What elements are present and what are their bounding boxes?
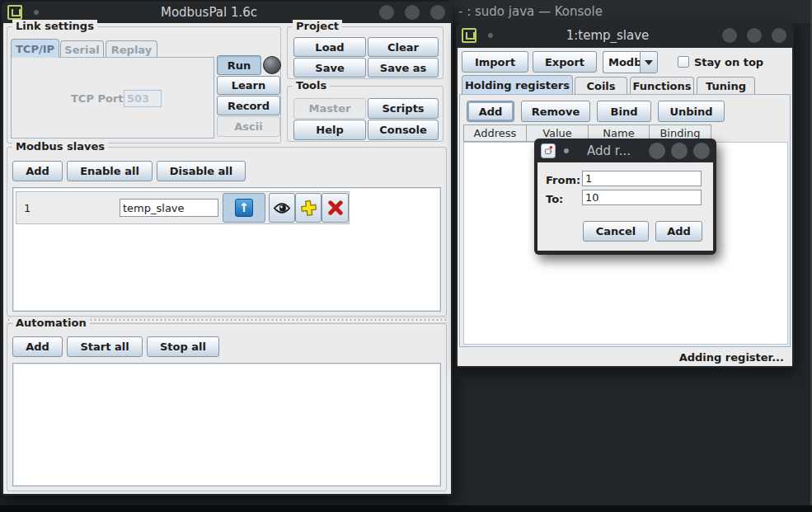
slave-duplicate-button[interactable] [295,193,322,223]
save-as-button[interactable]: Save as [368,58,439,78]
tab-tuning[interactable]: Tuning [697,77,755,94]
status-text: Adding register... [458,351,784,364]
import-button[interactable]: Import [462,51,528,73]
save-button[interactable]: Save [293,58,366,78]
eye-icon [273,202,291,214]
up-arrow-icon: ↑ [235,199,253,217]
tab-replay[interactable]: Replay [106,40,157,58]
record-button[interactable]: Record [217,96,280,115]
automation-title: Automation [12,317,90,329]
dialog-minimize-button[interactable] [649,143,665,159]
window-close-button[interactable] [430,5,445,20]
to-input[interactable] [582,190,702,205]
window-minimize-button[interactable] [722,28,737,43]
dialog-titlebar[interactable]: Add r... [534,139,716,162]
register-unbind-button[interactable]: Unbind [658,101,725,122]
run-button[interactable]: Run [217,55,261,75]
temp-slave-titlebar[interactable]: 1:temp_slave [456,23,794,48]
tools-group: Tools Master Scripts Help Console [287,86,444,142]
register-remove-button[interactable]: Remove [521,101,590,122]
load-button[interactable]: Load [293,37,366,57]
to-label: To: [546,193,563,205]
tab-coils[interactable]: Coils [575,77,627,94]
stay-on-top-checkbox[interactable] [678,56,689,68]
disable-all-button[interactable]: Disable all [157,161,246,181]
export-button[interactable]: Export [533,51,597,73]
link-settings-title: Link settings [12,20,97,32]
modbus-slaves-title: Modbus slaves [12,140,108,153]
project-title: Project [293,20,342,32]
header-address[interactable]: Address [463,124,527,142]
desktop-bottom-edge [0,505,812,512]
from-label: From: [546,174,580,186]
window-app-icon [7,5,22,20]
temp-slave-title: 1:temp_slave [493,28,722,43]
window-app-icon [462,28,476,43]
slaves-list: 1 ↑ [12,187,441,312]
slave-id: 1 [24,202,31,214]
add-registers-dialog: Add r... From: To: Cancel Add [534,139,716,255]
dialog-maximize-button[interactable] [671,143,688,159]
modbuspal-window: ModbusPal 1.6c Link settings TCP/IP Seri… [2,2,453,496]
stay-on-top-label: Stay on top [694,56,763,68]
help-button[interactable]: Help [293,120,366,140]
register-bind-button[interactable]: Bind [597,101,651,122]
ascii-button[interactable]: Ascii [217,116,280,137]
run-led-indicator-icon [263,56,281,74]
konsole-title: - : sudo java — Konsole [458,4,603,19]
automation-group: Automation Add Start all Stop all [7,323,447,491]
java-cup-icon [541,143,556,158]
register-add-button[interactable]: Add [467,101,514,122]
modbus-slaves-group: Modbus slaves Add Enable all Disable all… [7,147,447,317]
tab-serial[interactable]: Serial [60,40,104,58]
from-input[interactable] [582,171,702,186]
tcpip-tab-panel: TCP Port: [11,57,214,139]
konsole-titlebar[interactable]: - : sudo java — Konsole [448,0,810,23]
slave-delete-button[interactable] [322,193,349,223]
slave-show-panel-button[interactable]: ↑ [223,193,265,223]
enable-all-button[interactable]: Enable all [67,161,153,181]
clear-button[interactable]: Clear [368,37,439,57]
close-x-icon [327,200,344,216]
tab-holding-registers[interactable]: Holding registers [462,75,573,94]
console-button[interactable]: Console [368,120,439,140]
window-close-button[interactable] [772,28,786,43]
window-maximize-button[interactable] [405,5,420,20]
dialog-body: From: To: Cancel Add [537,162,713,251]
slave-row[interactable]: 1 ↑ [16,191,350,224]
tcp-port-input[interactable] [124,90,162,107]
combo-dropdown-arrow-icon[interactable] [640,51,658,73]
master-button[interactable]: Master [293,98,366,119]
slaves-add-button[interactable]: Add [12,161,63,181]
link-settings-group: Link settings TCP/IP Serial Replay TCP P… [7,26,281,143]
dialog-title: Add r... [569,143,649,158]
tools-title: Tools [293,79,330,92]
slave-visibility-button[interactable] [269,193,295,223]
modbuspal-body: Link settings TCP/IP Serial Replay TCP P… [3,23,451,494]
slave-name-input[interactable] [120,199,218,217]
scripts-button[interactable]: Scripts [368,98,439,119]
tab-functions[interactable]: Functions [630,77,694,94]
automation-list [12,363,441,486]
stop-all-button[interactable]: Stop all [147,336,219,357]
window-maximize-button[interactable] [747,28,762,43]
window-minimize-button[interactable] [379,5,394,20]
protocol-combo[interactable]: Modbus [603,51,640,73]
window-title: ModbusPal 1.6c [39,5,379,20]
dialog-add-button[interactable]: Add [655,221,702,242]
start-all-button[interactable]: Start all [67,336,143,357]
dialog-cancel-button[interactable]: Cancel [583,221,649,242]
dialog-close-button[interactable] [693,143,710,159]
tcp-port-label: TCP Port: [71,92,128,105]
learn-button[interactable]: Learn [217,76,280,95]
project-group: Project Load Clear Save Save as [287,26,444,79]
automation-add-button[interactable]: Add [12,336,63,357]
plus-icon [300,200,317,216]
tab-tcpip[interactable]: TCP/IP [11,39,59,58]
